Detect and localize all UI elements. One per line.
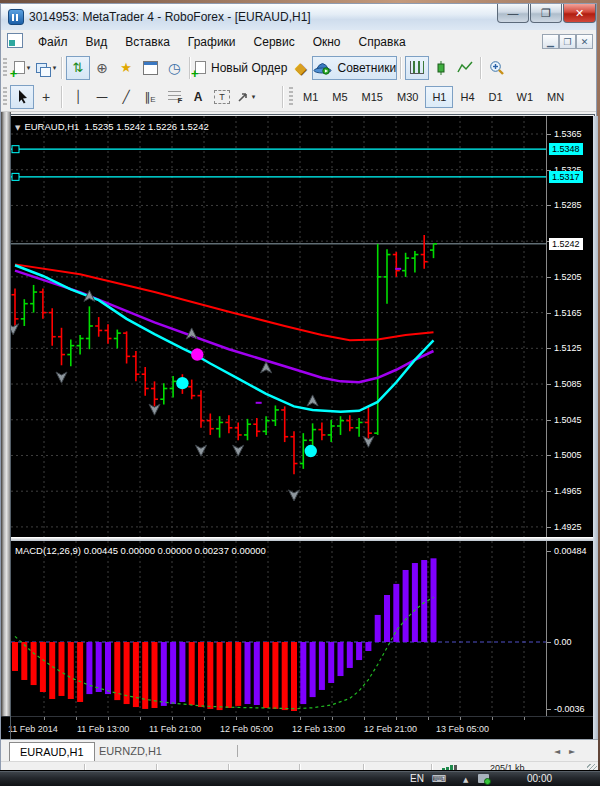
trendline-tool[interactable]: ╱	[114, 85, 138, 109]
crosshair-target-button[interactable]: ⊕	[90, 56, 114, 80]
timeframe-D1[interactable]: D1	[482, 86, 510, 108]
fibonacci-icon: F	[168, 91, 181, 102]
signal-dot	[305, 445, 317, 457]
arrows-icon	[237, 90, 250, 103]
child-restore-button[interactable]: ❐	[559, 34, 576, 49]
new-chart-icon: +	[14, 61, 25, 74]
toolbar-grip[interactable]	[3, 58, 7, 78]
language-indicator[interactable]: EN	[410, 773, 424, 784]
fibonacci-tool[interactable]: F	[162, 85, 186, 109]
macd-axis-label: 0.00	[554, 637, 572, 647]
metaquotes-button[interactable]: ◆	[288, 56, 312, 80]
symbol-dropdown-icon[interactable]: ▼	[15, 124, 20, 132]
crosshair-tool-button[interactable]: +	[34, 85, 58, 109]
toolbar-grip[interactable]	[3, 87, 7, 107]
new-order-label: Новый Ордер	[211, 61, 287, 75]
timeframe-M30[interactable]: M30	[390, 86, 425, 108]
toolbar-grip[interactable]	[289, 87, 293, 107]
gold-rhombus-icon: ◆	[295, 59, 307, 77]
line-chart-mode-button[interactable]	[453, 56, 477, 80]
timeframe-M15[interactable]: M15	[355, 86, 390, 108]
time-axis-label: 11 Feb 2014	[8, 724, 58, 734]
menu-item-Сервис[interactable]: Сервис	[245, 32, 304, 52]
expert-advisors-button[interactable]: Советники	[312, 56, 397, 80]
zoom-in-button[interactable]	[485, 56, 509, 80]
time-axis[interactable]: 11 Feb 201411 Feb 13:0011 Feb 21:0012 Fe…	[1, 716, 593, 740]
timeframe-H1[interactable]: H1	[425, 86, 453, 108]
background-scrollbar-strip	[1, 112, 11, 716]
candle-chart-mode-button[interactable]	[429, 56, 453, 80]
macd-axis[interactable]: 0.004840.00-0.0036	[546, 541, 593, 716]
price-axis-label: 1.5365	[554, 129, 582, 139]
data-window-button[interactable]	[138, 56, 162, 80]
child-minimize-button[interactable]: ▁	[542, 34, 559, 49]
menu-bar: ФайлВидВставкаГрафикиСервисОкноСправка ▁…	[1, 30, 596, 54]
new-chart-button[interactable]: +▾	[10, 56, 34, 80]
timeframe-M5[interactable]: M5	[325, 86, 354, 108]
price-axis-label: 1.5285	[554, 200, 582, 210]
menu-item-Окно[interactable]: Окно	[304, 32, 350, 52]
macd-axis-label: 0.00484	[554, 546, 587, 556]
device-tray-icon[interactable]	[478, 774, 489, 783]
chart-tab-EURAUD,H1[interactable]: EURAUD,H1	[9, 742, 95, 761]
price-badge: 1.5317	[549, 171, 583, 183]
maximize-button[interactable]: ❐	[530, 4, 562, 23]
menu-item-Вид[interactable]: Вид	[77, 32, 117, 52]
minimize-button[interactable]: —	[497, 4, 529, 23]
target-icon: ⊕	[96, 60, 108, 76]
advisors-label: Советники	[337, 61, 396, 75]
show-hidden-icons[interactable]: ▲	[463, 776, 468, 784]
menu-item-Справка[interactable]: Справка	[350, 32, 415, 52]
standard-toolbar: +▾ ▾ ⇅ ⊕ ★ ◷ + Новый Ордер ◆ Советники	[1, 53, 596, 83]
channel-tool[interactable]: ∥E	[138, 85, 162, 109]
chart-tab-bar: ◄ ► EURAUD,H1EURNZD,H1	[1, 739, 598, 762]
chart-window-icon	[7, 33, 23, 48]
time-axis-label: 11 Feb 21:00	[149, 724, 201, 734]
menu-item-Файл[interactable]: Файл	[29, 32, 77, 52]
menu-item-Графики[interactable]: Графики	[179, 32, 245, 52]
chart-shift-button[interactable]: ⇅	[66, 56, 90, 80]
market-watch-button[interactable]: ★	[114, 56, 138, 80]
timeframe-W1[interactable]: W1	[510, 86, 541, 108]
down-signal-arrow	[233, 445, 244, 456]
line-chart-icon	[457, 61, 473, 74]
cursor-tool-button[interactable]	[10, 85, 34, 109]
advisor-hat-icon	[313, 60, 332, 75]
down-signal-arrow	[196, 445, 207, 456]
chart-tab-EURNZD,H1[interactable]: EURNZD,H1	[89, 742, 172, 760]
new-order-button[interactable]: + Новый Ордер	[194, 56, 288, 80]
toolbar-separator	[61, 57, 63, 79]
title-bar[interactable]: 3014953: MetaTrader 4 - RoboForex - [EUR…	[1, 4, 596, 31]
price-badge: 1.5348	[549, 143, 583, 155]
text-icon: A	[194, 90, 203, 104]
timeframe-MN[interactable]: MN	[540, 86, 571, 108]
macd-canvas[interactable]	[11, 541, 546, 716]
arrows-tool[interactable]: ▾	[234, 85, 258, 109]
timeframe-buttons: M1M5M15M30H1H4D1W1MN	[296, 86, 571, 108]
window-title: 3014953: MetaTrader 4 - RoboForex - [EUR…	[29, 10, 311, 24]
child-close-button[interactable]: ✕	[576, 34, 593, 49]
main-chart-canvas[interactable]	[11, 116, 546, 537]
timeframe-H4[interactable]: H4	[453, 86, 481, 108]
bar-chart-mode-button[interactable]	[405, 56, 429, 80]
vertical-line-tool[interactable]: │	[66, 85, 90, 109]
signal-dot	[191, 348, 203, 360]
price-axis[interactable]: 1.53651.53251.52851.52451.52051.51651.51…	[546, 116, 593, 537]
menu-item-Вставка[interactable]: Вставка	[116, 32, 179, 52]
text-label-tool[interactable]: T	[210, 85, 234, 109]
horizontal-line-tool[interactable]: —	[90, 85, 114, 109]
app-icon	[8, 9, 24, 25]
time-axis-label: 12 Feb 21:00	[364, 724, 417, 734]
tab-scroll-right-icon[interactable]: ►	[569, 747, 575, 756]
close-button[interactable]: ✕	[563, 4, 596, 23]
toolbar-separator	[61, 86, 63, 108]
taskbar-clock[interactable]: 00:00	[527, 773, 552, 784]
price-axis-label: 1.5045	[554, 415, 582, 425]
tile-windows-icon	[36, 63, 47, 73]
keyboard-icon[interactable]: ⌨	[432, 773, 446, 784]
strategy-tester-button[interactable]: ◷	[162, 56, 186, 80]
timeframe-M1[interactable]: M1	[296, 86, 325, 108]
tab-scroll-left-icon[interactable]: ◄	[554, 747, 560, 756]
text-tool[interactable]: A	[186, 85, 210, 109]
tile-windows-button[interactable]: ▾	[34, 56, 58, 80]
